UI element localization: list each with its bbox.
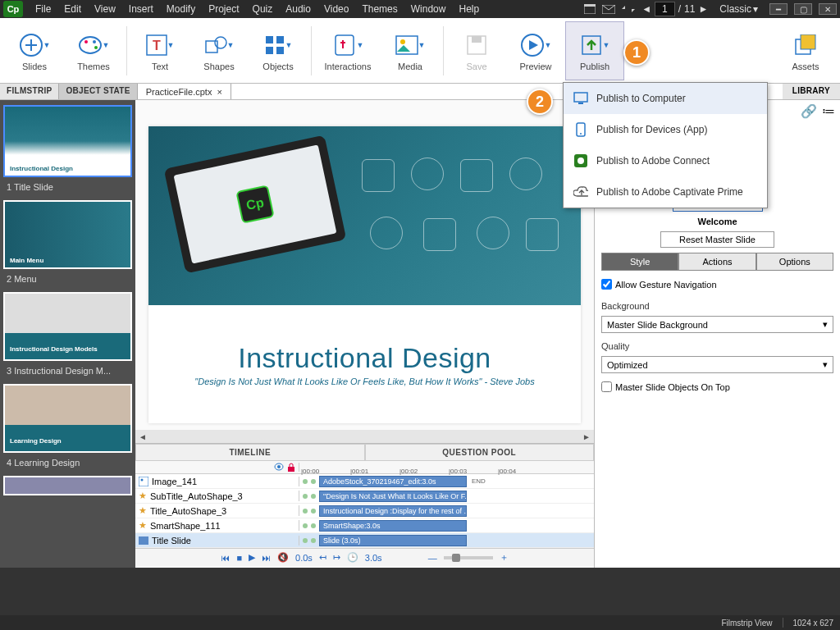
publish-to-computer[interactable]: Publish to Computer	[564, 83, 767, 114]
menu-insert[interactable]: Insert	[123, 2, 159, 16]
svg-point-36	[578, 158, 584, 164]
tick: |00:01	[350, 468, 368, 475]
list-icon[interactable]: ≔	[822, 103, 835, 119]
eye-icon[interactable]	[274, 463, 284, 471]
slide-canvas[interactable]: Cp Instructional Design "Design Is Not J…	[148, 126, 581, 423]
text-button[interactable]: T▼ Text	[130, 21, 189, 80]
maximize-button[interactable]: ▢	[794, 3, 812, 15]
menu-file[interactable]: File	[30, 2, 57, 16]
lock-icon[interactable]	[287, 463, 295, 472]
page-sep: /	[678, 3, 681, 15]
tab-filmstrip[interactable]: FILMSTRIP	[0, 84, 59, 99]
zoom-out-icon[interactable]: —	[428, 553, 437, 563]
menu-video[interactable]: Video	[318, 2, 354, 16]
ffwd-icon[interactable]: ⏭	[262, 553, 271, 563]
page-prev-icon[interactable]: ◄	[641, 3, 651, 15]
tab-library[interactable]: LIBRARY	[783, 84, 840, 99]
tab-options[interactable]: Options	[756, 253, 833, 271]
quality-select[interactable]: Optimized▾	[601, 356, 833, 373]
cp-logo-icon: Cp	[235, 185, 274, 223]
filmstrip-slide-4[interactable]: Learning Design	[3, 384, 132, 453]
zoom-slider[interactable]	[452, 554, 460, 562]
minimize-button[interactable]: ━	[769, 3, 788, 15]
master-on-top-checkbox[interactable]: Master Slide Objects On Top	[601, 381, 833, 392]
zoom-in-icon[interactable]: ＋	[500, 551, 509, 564]
assets-button[interactable]: Assets	[776, 21, 835, 80]
file-tab[interactable]: PracticeFile.cptx ×	[138, 84, 231, 99]
tab-question-pool[interactable]: QUESTION POOL	[365, 444, 595, 461]
allow-gesture-input[interactable]	[601, 279, 612, 290]
background-select[interactable]: Master Slide Background▾	[601, 316, 833, 333]
svg-rect-31	[574, 93, 587, 102]
loop-left-icon[interactable]: ↤	[319, 552, 326, 563]
publish-adobe-connect[interactable]: Publish to Adobe Connect	[564, 145, 767, 176]
preview-button[interactable]: ▼ Preview	[506, 21, 565, 80]
play-icon[interactable]: ▶	[249, 552, 255, 563]
thumb-caption: Instructional Design Models	[10, 345, 98, 353]
filmstrip-slide-3[interactable]: Instructional Design Models	[3, 292, 132, 361]
sync-icon[interactable]	[622, 4, 635, 14]
tab-timeline[interactable]: TIMELINE	[135, 444, 365, 461]
menu-window[interactable]: Window	[405, 2, 452, 16]
allow-gesture-checkbox[interactable]: Allow Gesture Navigation	[601, 279, 833, 290]
background-value: Master Slide Background	[607, 320, 708, 330]
interactions-button[interactable]: ▼ Interactions	[315, 21, 381, 80]
publish-captivate-prime[interactable]: Publish to Adobe Captivate Prime	[564, 176, 767, 208]
menu-help[interactable]: Help	[453, 2, 485, 16]
filmstrip-label-1: 1 Title Slide	[3, 180, 132, 197]
tab-style[interactable]: Style	[601, 253, 678, 271]
layout-icon[interactable]	[584, 4, 596, 14]
media-button[interactable]: ▼ Media	[381, 21, 440, 80]
tab-object-state[interactable]: OBJECT STATE	[59, 84, 137, 99]
filmstrip-slide-2[interactable]: Main Menu	[3, 200, 132, 269]
master-on-top-input[interactable]	[601, 381, 612, 392]
stop-icon[interactable]: ■	[236, 553, 242, 563]
menu-quiz[interactable]: Quiz	[247, 2, 279, 16]
tab-actions[interactable]: Actions	[678, 253, 756, 271]
svg-rect-12	[266, 36, 273, 43]
filmstrip-slide-5[interactable]	[3, 476, 132, 495]
page-next-icon[interactable]: ►	[698, 3, 708, 15]
slide-title[interactable]: Instructional Design	[238, 342, 491, 374]
close-button[interactable]: ✕	[819, 3, 837, 15]
callout-1: 1	[623, 39, 650, 66]
media-label: Media	[398, 62, 422, 71]
page-current[interactable]: 1	[655, 2, 675, 16]
svg-point-18	[400, 39, 405, 44]
timeline-row[interactable]: Title SlideSlide (3.0s)	[135, 533, 594, 548]
hero-image: Cp	[148, 126, 581, 305]
timeline-row[interactable]: ★Title_AutoShape_3Instructional Design :…	[135, 504, 594, 518]
canvas-hscrollbar[interactable]: ◄►	[135, 430, 594, 443]
mail-icon[interactable]	[602, 5, 615, 14]
reset-master-button[interactable]: Reset Master Slide	[660, 231, 774, 248]
timeline-row[interactable]: ★SubTitle_AutoShape_3"Design Is Not Just…	[135, 489, 594, 504]
link-icon[interactable]: 🔗	[801, 103, 817, 119]
rewind-icon[interactable]: ⏮	[221, 553, 230, 563]
thumb-caption: Learning Design	[10, 437, 62, 445]
publish-item-label: Publish to Computer	[596, 93, 686, 104]
timeline-row[interactable]: ★SmartShape_111SmartShape:3.0s	[135, 518, 594, 533]
themes-button[interactable]: ▼ Themes	[64, 21, 123, 80]
file-tab-close-icon[interactable]: ×	[217, 87, 221, 97]
filmstrip-slide-1[interactable]: Instructional Design	[3, 105, 132, 177]
publish-for-devices[interactable]: Publish for Devices (App)	[564, 114, 767, 145]
time-start: 0.0s	[295, 553, 313, 563]
menu-audio[interactable]: Audio	[280, 2, 317, 16]
timeline-row[interactable]: Image_141AdobeStock_370219467_edit:3.0sE…	[135, 474, 594, 489]
menu-view[interactable]: View	[89, 2, 121, 16]
objects-button[interactable]: ▼ Objects	[249, 21, 308, 80]
thumb-caption: Instructional Design	[10, 165, 73, 172]
menu-themes[interactable]: Themes	[356, 2, 403, 16]
slides-button[interactable]: ▼ Slides	[5, 21, 64, 80]
allow-gesture-label: Allow Gesture Navigation	[615, 280, 717, 290]
menu-project[interactable]: Project	[203, 2, 244, 16]
main-menu: File Edit View Insert Modify Project Qui…	[30, 2, 485, 16]
slide-subtitle[interactable]: "Design Is Not Just What It Looks Like O…	[194, 377, 534, 386]
menu-edit[interactable]: Edit	[58, 2, 87, 16]
shapes-button[interactable]: ▼ Shapes	[189, 21, 249, 80]
loop-right-icon[interactable]: ↦	[333, 552, 340, 563]
menu-modify[interactable]: Modify	[161, 2, 201, 16]
layout-selector[interactable]: Classic ▾	[714, 3, 763, 15]
audio-icon[interactable]: 🔇	[277, 552, 289, 563]
publish-button[interactable]: ▼ Publish	[565, 21, 624, 80]
